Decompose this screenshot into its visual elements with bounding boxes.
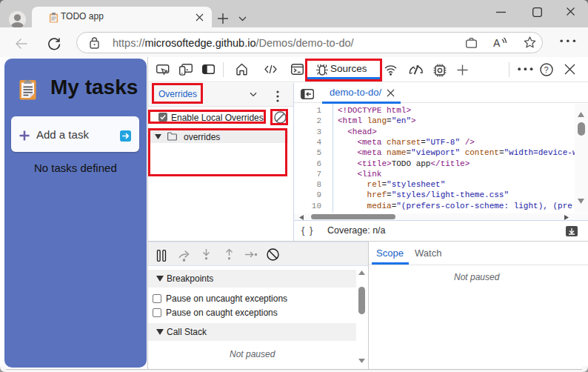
- svg-text:A: A: [493, 37, 501, 49]
- svg-text:?: ?: [544, 65, 549, 74]
